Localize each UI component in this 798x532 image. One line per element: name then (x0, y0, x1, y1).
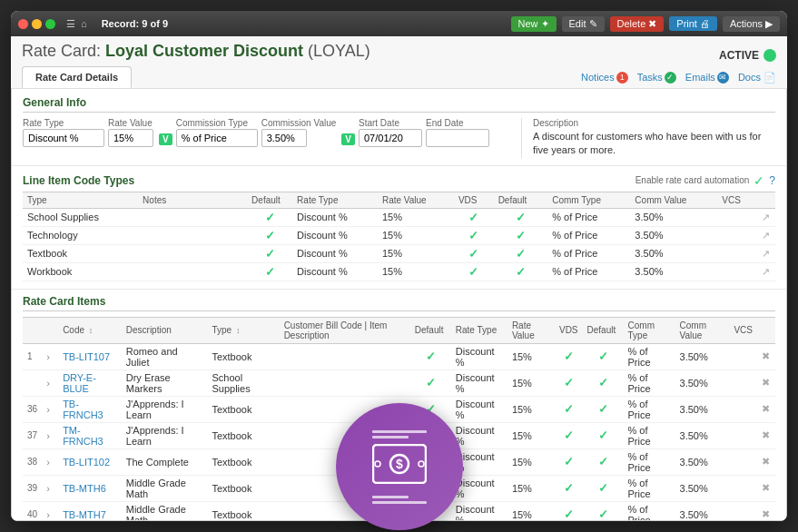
ri-comm-type: % of Price (624, 343, 675, 369)
line-items-title: Line Item Code Types (23, 174, 134, 187)
th-rate-type: Rate Type (292, 192, 378, 208)
description-label: Description (533, 118, 775, 128)
ri-rate-type: Discount % (451, 501, 507, 521)
rate-value-value[interactable]: 15% (108, 129, 153, 147)
vcs-badge[interactable]: V (341, 133, 355, 145)
ri-comm-type: % of Price (624, 501, 675, 521)
ri-comm-type: % of Price (624, 475, 675, 501)
ri-code: TB-LIT102 (58, 448, 122, 475)
enable-automation: Enable rate card automation ✓ ? (635, 173, 775, 188)
li-def2: ✓ (494, 262, 548, 281)
ri-del[interactable]: ✖ (757, 422, 775, 448)
title-prefix: Rate Card: (22, 42, 101, 60)
commission-value-field: Commission Value 3.50% (261, 118, 337, 147)
li-action[interactable]: ↗ (757, 226, 775, 244)
commission-type-field: Commission Type % of Price (176, 118, 258, 147)
li-vds: ✓ (454, 262, 494, 281)
ri-rate-value: 15% (507, 343, 555, 369)
ri-code: TB-FRNCH3 (58, 396, 122, 422)
gi-right: Description A discount for customers who… (521, 118, 775, 158)
ri-vds: ✓ (555, 396, 583, 422)
start-date-label: Start Date (359, 118, 422, 128)
th-item-comm-value: Comm Value (675, 317, 730, 343)
ri-del[interactable]: ✖ (757, 475, 775, 501)
enable-checkmark[interactable]: ✓ (754, 173, 764, 188)
page-title: Rate Card: Loyal Customer Discount (LOYA… (22, 42, 370, 61)
li-type: School Supplies (23, 208, 138, 226)
li-default: ✓ (247, 208, 292, 226)
li-rate-value: 15% (378, 208, 454, 226)
th-comm-value: Comm Value (630, 192, 717, 208)
tab-rate-card-details[interactable]: Rate Card Details (22, 66, 132, 88)
docs-link[interactable]: Docs 📄 (738, 72, 776, 84)
ri-expand[interactable]: › (42, 343, 58, 369)
ri-del[interactable]: ✖ (757, 343, 775, 369)
notices-link[interactable]: Notices 1 (581, 72, 628, 84)
edit-button[interactable]: Edit ✎ (562, 16, 605, 32)
rate-card-items-header-row: Code ↕ Description Type ↕ Customer Bill … (23, 317, 775, 343)
start-date-value[interactable]: 07/01/20 (359, 129, 422, 147)
ri-rate-type: Discount % (451, 369, 507, 396)
ri-default: ✓ (410, 369, 451, 396)
ri-rate-type: Discount % (451, 396, 507, 422)
ri-vcs (729, 448, 757, 475)
ri-expand[interactable]: › (42, 475, 58, 501)
ri-del[interactable]: ✖ (757, 396, 775, 422)
li-notes (138, 262, 247, 281)
maximize-button[interactable] (45, 19, 55, 29)
tasks-link[interactable]: Tasks ✓ (637, 72, 676, 84)
ri-desc: Dry Erase Markers (122, 369, 208, 396)
line-item-row: Workbook ✓ Discount % 15% ✓ ✓ % of Price… (23, 262, 775, 281)
ri-def2: ✓ (583, 501, 624, 521)
delete-button[interactable]: Delete ✖ (610, 16, 665, 32)
line-items-table: Type Notes Default Rate Type Rate Value … (23, 192, 775, 281)
ri-desc: J'Apprends: I Learn (122, 422, 208, 448)
ri-def2: ✓ (583, 448, 624, 475)
th-item-vds: VDS (555, 317, 583, 343)
th-comm-type: Comm Type (547, 192, 630, 208)
ri-expand[interactable]: › (42, 501, 58, 521)
ri-rate-value: 15% (507, 369, 555, 396)
end-date-value[interactable] (426, 129, 489, 147)
help-icon[interactable]: ? (769, 174, 775, 187)
th-actions (757, 192, 775, 208)
end-date-label: End Date (426, 118, 489, 128)
commission-type-value[interactable]: % of Price (176, 129, 258, 147)
li-comm-value: 3.50% (630, 244, 717, 262)
commission-value-value[interactable]: 3.50% (261, 129, 307, 147)
minimize-button[interactable] (32, 19, 42, 29)
th-item-rate-value: Rate Value (507, 317, 555, 343)
vds-badge[interactable]: V (159, 133, 172, 145)
bill-line-4 (372, 501, 427, 504)
th-item-type: Type ↕ (207, 317, 279, 343)
line-item-row: Textbook ✓ Discount % 15% ✓ ✓ % of Price… (23, 244, 775, 262)
ri-expand[interactable]: › (42, 396, 58, 422)
ri-del[interactable]: ✖ (757, 448, 775, 475)
close-button[interactable] (18, 19, 28, 29)
rate-type-value[interactable]: Discount % (23, 129, 104, 147)
li-action[interactable]: ↗ (757, 208, 775, 226)
print-button[interactable]: Print 🖨 (669, 16, 717, 31)
ri-expand[interactable]: › (42, 448, 58, 475)
li-action[interactable]: ↗ (757, 244, 775, 262)
emails-link[interactable]: Emails ✉ (685, 72, 729, 84)
ri-del[interactable]: ✖ (757, 369, 775, 396)
ri-expand[interactable]: › (42, 422, 58, 448)
li-comm-type: % of Price (547, 244, 630, 262)
actions-button[interactable]: Actions ▶ (723, 16, 780, 32)
li-vcs (717, 262, 757, 281)
new-button[interactable]: New ✦ (511, 16, 557, 32)
titlebar: ☰ ⌂ Record: 9 of 9 New ✦ Edit ✎ Delete ✖… (11, 11, 787, 36)
th-notes: Notes (138, 192, 247, 208)
ri-vds: ✓ (555, 501, 583, 521)
line-items-section: Line Item Code Types Enable rate card au… (12, 166, 786, 290)
li-action[interactable]: ↗ (757, 262, 775, 281)
home-icon[interactable]: ⌂ (81, 18, 87, 30)
ri-expand[interactable]: › (42, 369, 58, 396)
ri-type: Textbook (207, 343, 279, 369)
menu-icon[interactable]: ☰ (66, 18, 75, 30)
th-item-del (757, 317, 775, 343)
ri-comm-type: % of Price (624, 448, 675, 475)
ri-del[interactable]: ✖ (757, 501, 775, 521)
ri-vds: ✓ (555, 343, 583, 369)
